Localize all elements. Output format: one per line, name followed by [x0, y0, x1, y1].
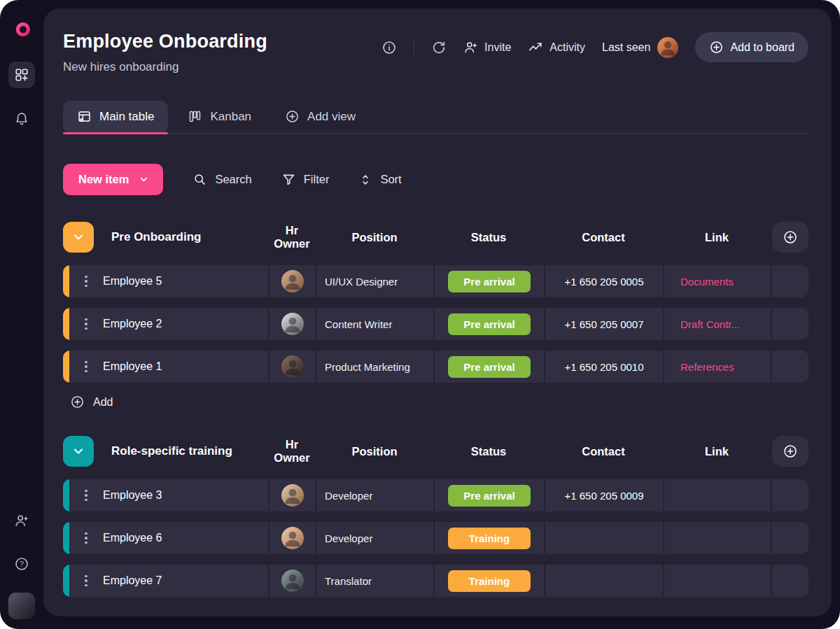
status-cell[interactable]: Training [433, 522, 544, 554]
position-cell[interactable]: UI/UX Designer [316, 265, 433, 297]
hr-owner-cell[interactable] [268, 522, 316, 554]
status-cell[interactable]: Pre arrival [433, 351, 544, 383]
add-column-button[interactable] [772, 436, 808, 467]
status-cell[interactable]: Training [433, 565, 544, 597]
item-name: Employee 7 [103, 574, 162, 587]
status-cell[interactable]: Pre arrival [433, 308, 544, 340]
name-cell[interactable]: Employee 1 [69, 351, 268, 383]
contact-cell[interactable]: +1 650 205 0010 [544, 351, 663, 383]
tab-kanban[interactable]: Kanban [174, 101, 265, 133]
position-cell[interactable]: Translator [316, 565, 433, 597]
name-cell[interactable]: Employee 2 [69, 308, 268, 340]
name-cell[interactable]: Employee 7 [69, 565, 268, 597]
new-item-button[interactable]: New item [63, 164, 163, 195]
status-badge[interactable]: Training [448, 528, 531, 549]
status-badge[interactable]: Training [448, 570, 531, 592]
sidebar-item-help[interactable]: ? [8, 551, 35, 577]
position-cell[interactable]: Developer [316, 479, 433, 511]
link-cell[interactable] [663, 522, 771, 554]
contact-cell[interactable]: +1 650 205 0005 [544, 265, 663, 297]
link-cell[interactable]: Draft Contr... [663, 308, 771, 340]
invite-button[interactable]: Invite [463, 40, 511, 55]
name-cell[interactable]: Employee 3 [69, 479, 268, 511]
row-extra-cell[interactable] [771, 308, 808, 340]
position-cell[interactable]: Developer [316, 522, 433, 554]
page-title: Employee Onboarding [63, 29, 267, 53]
hr-owner-cell[interactable] [268, 265, 316, 297]
add-column-button[interactable] [772, 222, 808, 253]
contact-cell[interactable] [544, 522, 663, 554]
group-title[interactable]: Pre Onboarding [111, 230, 268, 244]
hr-owner-cell[interactable] [268, 308, 316, 340]
position-cell[interactable]: Product Marketing [316, 351, 433, 383]
row-menu-icon[interactable] [69, 275, 103, 288]
tab-add-view[interactable]: Add view [271, 101, 370, 133]
column-header-hr-owner[interactable]: Hr Owner [268, 224, 316, 250]
sidebar-item-invite-people[interactable] [8, 507, 35, 534]
table-row: Employee 2 Content Writer Pre arrival +1… [63, 308, 808, 340]
sort-button[interactable]: Sort [358, 173, 401, 187]
add-item-button[interactable]: Add [66, 394, 117, 410]
column-header-contact[interactable]: Contact [544, 445, 663, 458]
row-menu-icon[interactable] [69, 532, 103, 545]
row-extra-cell[interactable] [771, 265, 808, 297]
position-cell[interactable]: Content Writer [316, 308, 433, 340]
table-row: Employee 6 Developer Training [63, 522, 808, 554]
row-extra-cell[interactable] [771, 479, 808, 511]
row-menu-icon[interactable] [69, 360, 103, 374]
status-badge[interactable]: Pre arrival [448, 313, 531, 335]
main-panel: Employee Onboarding New hires onboarding [43, 8, 832, 616]
name-cell[interactable]: Employee 6 [69, 522, 268, 554]
status-badge[interactable]: Pre arrival [448, 271, 531, 292]
row-extra-cell[interactable] [771, 351, 808, 383]
link-cell[interactable]: Documents [663, 265, 771, 297]
column-header-position[interactable]: Position [316, 231, 433, 244]
app-logo-icon[interactable] [8, 18, 35, 45]
activity-button[interactable]: Activity [528, 40, 585, 55]
column-header-hr-owner[interactable]: Hr Owner [268, 438, 316, 465]
row-menu-icon[interactable] [69, 574, 103, 588]
header-actions: Invite Activity Last seen [382, 32, 808, 62]
group-collapse-button[interactable] [63, 222, 94, 253]
column-header-status[interactable]: Status [433, 231, 544, 244]
user-avatar[interactable] [8, 593, 35, 619]
column-header-link[interactable]: Link [663, 445, 771, 458]
group-collapse-button[interactable] [63, 436, 94, 467]
contact-cell[interactable] [544, 565, 663, 597]
row-menu-icon[interactable] [69, 489, 103, 502]
sidebar-item-notifications[interactable] [8, 105, 35, 132]
link-cell[interactable]: References [663, 351, 771, 383]
status-cell[interactable]: Pre arrival [433, 479, 544, 511]
info-icon[interactable] [382, 40, 397, 55]
last-seen-avatar[interactable] [657, 37, 678, 58]
contact-cell[interactable]: +1 650 205 0007 [544, 308, 663, 340]
link-text[interactable]: Documents [680, 276, 734, 288]
row-extra-cell[interactable] [771, 522, 808, 554]
contact-cell[interactable]: +1 650 205 0009 [544, 479, 663, 511]
column-header-status[interactable]: Status [433, 445, 544, 458]
hr-owner-cell[interactable] [268, 351, 316, 383]
status-badge[interactable]: Pre arrival [448, 356, 531, 378]
column-header-link[interactable]: Link [663, 231, 771, 244]
row-extra-cell[interactable] [771, 565, 808, 597]
link-text[interactable]: References [680, 361, 734, 373]
group-title[interactable]: Role-specific training [111, 444, 268, 458]
tab-main-table[interactable]: Main table [63, 101, 168, 133]
sync-icon[interactable] [431, 40, 447, 55]
link-text[interactable]: Draft Contr... [680, 318, 740, 330]
row-menu-icon[interactable] [69, 318, 103, 331]
status-badge[interactable]: Pre arrival [448, 485, 531, 507]
hr-owner-cell[interactable] [268, 565, 316, 597]
search-button[interactable]: Search [192, 172, 251, 187]
sidebar-item-boards[interactable] [8, 62, 35, 88]
column-header-contact[interactable]: Contact [544, 231, 663, 244]
link-cell[interactable] [663, 565, 771, 597]
link-cell[interactable] [663, 479, 771, 511]
group-header: Pre Onboarding Hr Owner Position Status … [63, 222, 808, 253]
column-header-position[interactable]: Position [316, 445, 433, 458]
add-to-board-button[interactable]: Add to board [695, 32, 808, 62]
filter-button[interactable]: Filter [281, 172, 330, 187]
name-cell[interactable]: Employee 5 [69, 265, 268, 297]
status-cell[interactable]: Pre arrival [433, 265, 544, 297]
hr-owner-cell[interactable] [268, 479, 316, 511]
